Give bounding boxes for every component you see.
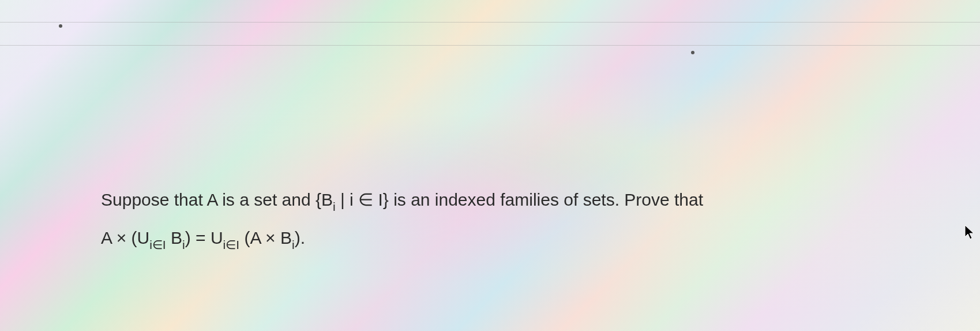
subscript-iel: i∈I <box>223 238 240 251</box>
problem-text: Suppose that A is a set and {Bi | i ∈ I}… <box>101 185 879 254</box>
text-segment: | i ∈ I} is an indexed families of sets.… <box>336 190 703 209</box>
text-segment: ). <box>295 228 305 247</box>
horizontal-line-upper <box>0 22 980 23</box>
text-segment: ) = U <box>185 228 223 247</box>
subscript-iel: i∈I <box>149 238 166 251</box>
dot-marker-right <box>691 51 694 54</box>
text-segment: B <box>166 228 182 247</box>
subscript-i: i <box>333 200 336 213</box>
subscript-i: i <box>182 238 185 251</box>
text-segment: (A × B <box>239 228 292 247</box>
dot-marker-left <box>59 24 62 28</box>
text-segment: A × (U <box>101 228 149 247</box>
problem-line-1: Suppose that A is a set and {Bi | i ∈ I}… <box>101 185 879 216</box>
text-segment: Suppose that A is a set and {B <box>101 190 333 209</box>
cursor-icon <box>964 224 975 244</box>
problem-line-2: A × (Ui∈I Bi) = Ui∈I (A × Bi). <box>101 223 879 254</box>
horizontal-line-lower <box>0 45 980 46</box>
subscript-i: i <box>292 238 295 251</box>
background-overlay <box>0 0 980 331</box>
